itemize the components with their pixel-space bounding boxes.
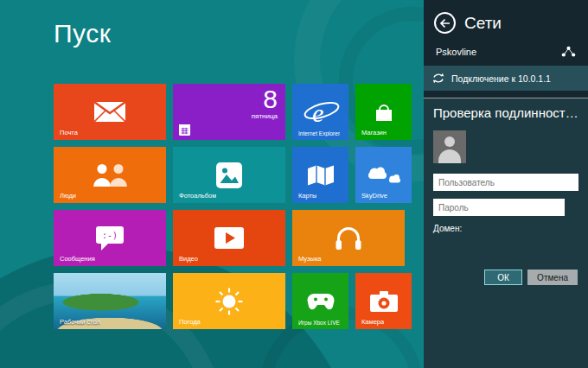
tile-label: Магазин [361,129,387,136]
mail-icon [94,102,125,122]
internet-explorer-icon: e [302,96,340,129]
clouds-icon [366,165,402,186]
page-title: Пуск [54,19,111,48]
game-controller-icon [306,292,336,311]
camera-icon [370,291,398,312]
panel-title: Сети [464,14,502,33]
network-item-pskovline[interactable]: Pskovline [424,41,588,62]
networks-panel: Сети Pskovline Подключение к 10.0.1.1 Пр… [424,0,588,368]
tile-label: Рабочий стол [60,318,100,326]
tile-label: Музыка [298,255,322,263]
tile-label: Камера [361,318,384,326]
tile-maps[interactable]: Карты [292,147,348,203]
tile-people[interactable]: Люди [54,147,166,203]
avatar-body [438,149,461,163]
back-button[interactable] [434,12,456,34]
tile-label: Карты [298,192,316,200]
panel-header: Сети [424,0,588,41]
tile-label: Сообщения [60,255,95,263]
tile-games[interactable]: Игры Xbox LIVE [292,273,348,329]
tile-label: Видео [179,255,198,263]
auth-title: Проверка подлинност… [433,105,578,120]
calendar-icon [179,124,190,136]
chat-bubble-icon: :-) [96,226,124,251]
tile-label: Игры Xbox LIVE [298,320,340,326]
tile-photos[interactable]: Фотоальбом [173,147,285,203]
tile-store[interactable]: Магазин [355,84,412,140]
tile-video[interactable]: Видео [173,210,285,266]
tile-camera[interactable]: Камера [355,273,412,329]
video-play-icon [214,227,244,249]
calendar-day: 8 [181,86,278,112]
password-input[interactable] [433,199,565,216]
connection-label: Подключение к 10.0.1.1 [451,73,551,84]
tile-label: SkyDrive [361,192,387,200]
tile-label: Почта [60,129,78,136]
emoticon-text: :-) [102,231,118,240]
photo-album-icon [216,162,242,188]
username-input[interactable] [433,174,578,191]
network-name: Pskovline [436,47,476,57]
connection-item[interactable]: Подключение к 10.0.1.1 [424,66,588,91]
headphones-icon [335,226,362,251]
ok-button[interactable]: ОК [484,270,522,285]
tile-music[interactable]: Музыка [292,210,405,266]
tile-label: Люди [60,192,76,200]
sync-arrows-icon [432,73,444,84]
avatar [433,130,466,163]
tile-messaging[interactable]: :-) Сообщения [54,210,166,266]
tile-skydrive[interactable]: SkyDrive [355,147,412,203]
map-icon [307,164,335,187]
avatar-head [444,136,455,147]
shopping-bag-icon [373,101,395,124]
tile-calendar[interactable]: 8 пятница [173,84,285,140]
tile-internet-explorer[interactable]: e Internet Explorer [292,84,348,140]
domain-label: Домен: [433,224,578,233]
sun-icon [215,288,243,315]
back-arrow-icon [439,18,451,29]
tile-desktop[interactable]: Рабочий стол [54,273,166,329]
tile-label: Погода [179,318,201,326]
cancel-button[interactable]: Отмена [527,270,578,285]
calendar-weekday: пятница [181,112,278,121]
tile-label: Internet Explorer [298,130,340,136]
auth-flyout: Проверка подлинност… Домен: ОК Отмена [424,98,588,368]
people-icon [91,163,129,187]
dialog-buttons: ОК Отмена [433,270,578,285]
tile-mail[interactable]: Почта [54,84,166,140]
network-nodes-icon [561,46,576,57]
tile-label: Фотоальбом [179,192,216,200]
tile-weather[interactable]: Погода [173,273,285,329]
tile-grid: Почта 8 пятница e Internet Explorer [54,84,412,329]
svg-text:e: e [312,98,323,127]
